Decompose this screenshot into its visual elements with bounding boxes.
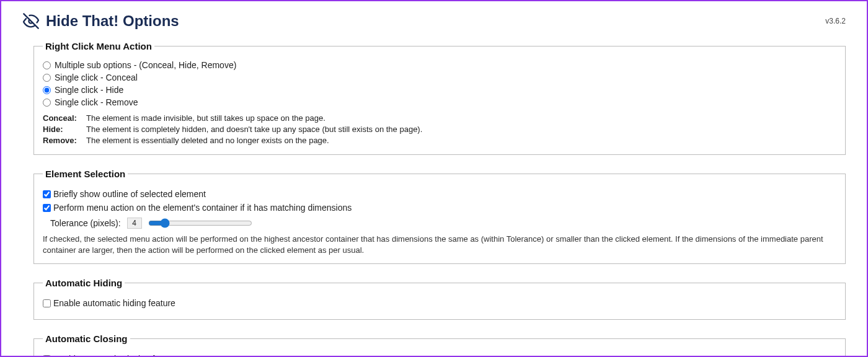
def-desc-hide: The element is completely hidden, and do… — [86, 125, 422, 134]
def-row-remove: Remove: The element is essentially delet… — [43, 136, 836, 145]
eye-off-icon — [22, 12, 40, 30]
def-term-hide: Hide: — [43, 125, 82, 134]
element-selection-help: If checked, the selected menu action wil… — [43, 234, 836, 256]
checkbox-enable-auto-closing-label[interactable]: Enable automatic closing feature — [53, 354, 179, 357]
radio-single-remove-label[interactable]: Single click - Remove — [55, 97, 138, 107]
tolerance-value: 4 — [127, 218, 142, 229]
def-desc-conceal: The element is made invisible, but still… — [86, 113, 326, 123]
radio-single-conceal[interactable] — [43, 74, 51, 82]
right-click-menu-legend: Right Click Menu Action — [43, 41, 154, 51]
checkbox-container-action[interactable] — [43, 204, 51, 212]
def-row-conceal: Conceal: The element is made invisible, … — [43, 113, 836, 123]
element-selection-fieldset: Element Selection Briefly show outline o… — [33, 169, 846, 264]
page-title: Hide That! Options — [46, 12, 179, 30]
automatic-closing-legend: Automatic Closing — [43, 333, 130, 344]
checkbox-show-outline-label[interactable]: Briefly show outline of selected element — [53, 189, 206, 199]
right-click-menu-fieldset: Right Click Menu Action Multiple sub opt… — [33, 41, 846, 155]
def-row-hide: Hide: The element is completely hidden, … — [43, 125, 836, 134]
radio-single-hide-label[interactable]: Single click - Hide — [55, 85, 123, 95]
radio-single-conceal-label[interactable]: Single click - Conceal — [55, 73, 138, 82]
definitions: Conceal: The element is made invisible, … — [43, 113, 836, 145]
checkbox-show-outline[interactable] — [43, 190, 51, 198]
tolerance-label: Tolerance (pixels): — [50, 218, 121, 228]
def-term-remove: Remove: — [43, 136, 82, 145]
tolerance-slider[interactable] — [148, 218, 252, 228]
radio-single-remove[interactable] — [43, 99, 51, 107]
checkbox-enable-auto-hiding[interactable] — [43, 299, 51, 307]
automatic-hiding-legend: Automatic Hiding — [43, 278, 125, 288]
tolerance-row: Tolerance (pixels): 4 — [50, 218, 836, 229]
version-label: v3.6.2 — [825, 17, 846, 25]
radio-multi-sub-options-label[interactable]: Multiple sub options - (Conceal, Hide, R… — [55, 60, 236, 70]
automatic-closing-fieldset: Automatic Closing Enable automatic closi… — [33, 333, 846, 357]
automatic-hiding-fieldset: Automatic Hiding Enable automatic hiding… — [33, 278, 846, 320]
checkbox-container-action-label[interactable]: Perform menu action on the element's con… — [53, 203, 352, 213]
header: Hide That! Options v3.6.2 — [22, 12, 846, 30]
element-selection-legend: Element Selection — [43, 169, 128, 179]
def-term-conceal: Conceal: — [43, 113, 82, 123]
checkbox-enable-auto-hiding-label[interactable]: Enable automatic hiding feature — [53, 298, 175, 308]
radio-multi-sub-options[interactable] — [43, 61, 51, 69]
title-wrap: Hide That! Options — [22, 12, 179, 30]
radio-single-hide[interactable] — [43, 86, 51, 94]
def-desc-remove: The element is essentially deleted and n… — [86, 136, 329, 145]
